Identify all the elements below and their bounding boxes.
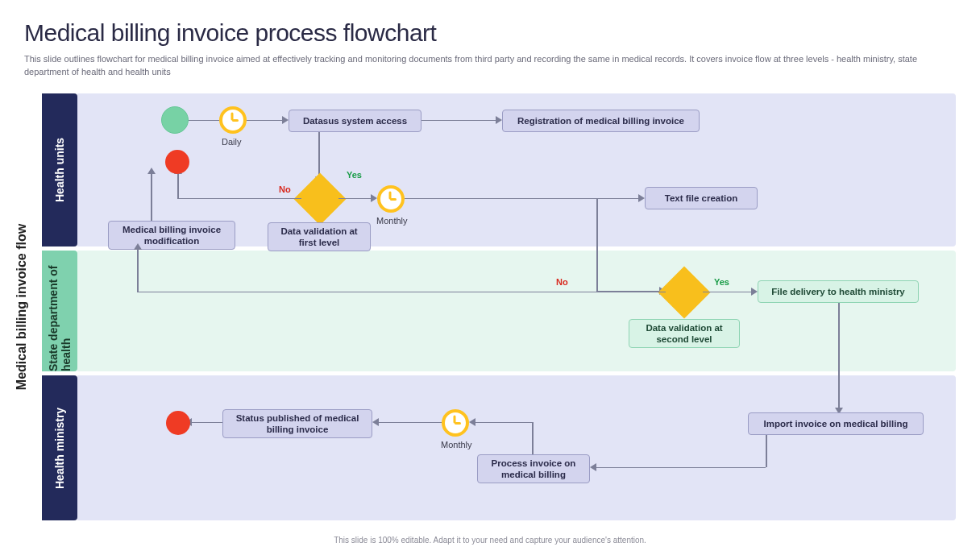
status-published-node: Status published of medical billing invo… <box>222 409 372 438</box>
clock-monthly2-icon <box>442 409 469 437</box>
modification-node: Medical billing invoice modification <box>108 221 235 250</box>
validation-first-label: Data validation at first level <box>268 222 371 251</box>
process-invoice-node: Process invoice on medical billing <box>477 454 590 483</box>
clock-monthly2-label: Monthly <box>441 440 472 450</box>
validation-second-diamond <box>666 274 703 311</box>
clock-monthly1-label: Monthly <box>376 216 408 226</box>
lane-body-state-dept <box>77 251 956 371</box>
import-invoice-node: Import invoice on medical billing <box>748 412 924 435</box>
lane-label-state-dept: State department of health <box>42 251 77 371</box>
yes-label-1: Yes <box>347 170 362 180</box>
lane-label-health-units: Health units <box>42 93 77 246</box>
flowchart: Medical billing invoice flow Health unit… <box>48 93 951 520</box>
end-node-lane1 <box>165 150 189 174</box>
end-node-lane3 <box>166 411 190 435</box>
start-node <box>161 106 189 134</box>
datasus-access-node: Datasus system access <box>289 110 421 132</box>
page-title: Medical billing invoice process flowchar… <box>24 19 956 47</box>
clock-daily-label: Daily <box>222 137 241 147</box>
no-label-2: No <box>556 277 568 287</box>
lane-body-health-ministry <box>77 375 956 520</box>
validation-second-label: Data validation at second level <box>629 319 740 348</box>
master-lane-label: Medical billing invoice flow <box>15 93 37 520</box>
lane-label-health-ministry: Health ministry <box>42 375 77 520</box>
file-delivery-node: File delivery to health ministry <box>758 280 919 303</box>
page-subtitle: This slide outlines flowchart for medica… <box>24 53 943 79</box>
clock-daily-icon <box>219 106 247 134</box>
footer-note: This slide is 100% editable. Adapt it to… <box>0 536 980 545</box>
clock-monthly1-icon <box>377 185 405 213</box>
validation-first-diamond <box>301 180 338 218</box>
registration-node: Registration of medical billing invoice <box>502 110 700 132</box>
text-file-node: Text file creation <box>645 187 758 209</box>
no-label-1: No <box>279 184 291 194</box>
yes-label-2: Yes <box>714 277 729 287</box>
